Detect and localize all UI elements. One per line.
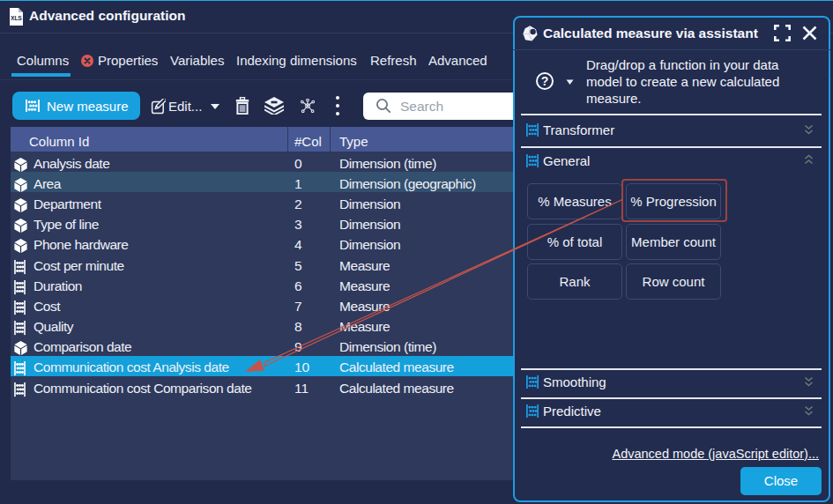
svg-text:XLS: XLS bbox=[11, 15, 22, 21]
